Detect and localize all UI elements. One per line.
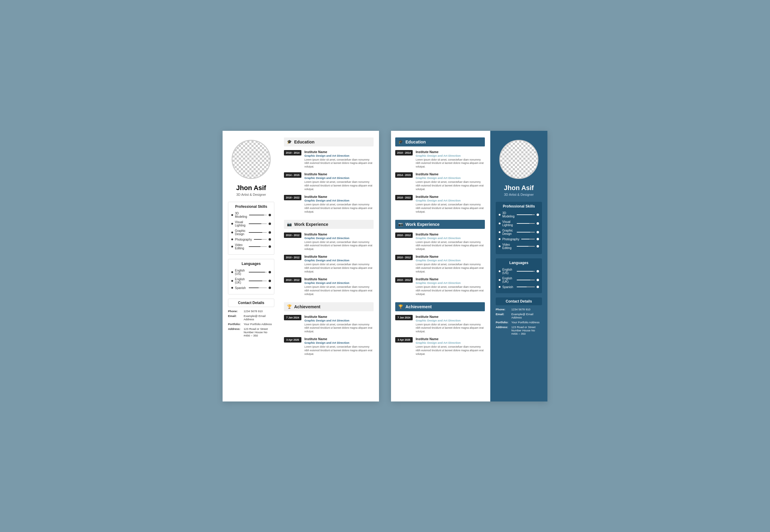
- skill-row: English (UK): [499, 277, 539, 283]
- education-entries-1: 2010 - 2014 Institute Name Graphic Desig…: [284, 150, 374, 214]
- avatar-2: [499, 140, 538, 179]
- skill-name: Video Editing: [502, 243, 515, 250]
- name-1: Jhon Asif: [236, 184, 266, 192]
- entry-text: Lorem ipsum dolor sit amet, consectefuer…: [304, 263, 374, 274]
- entry-content: Institute Name Graphic Design and Art Di…: [416, 337, 485, 356]
- date-badge: 2010 - 2012: [395, 255, 413, 260]
- skill-row: Spanish: [499, 285, 539, 289]
- skill-bar: [249, 246, 267, 247]
- entry-text: Lorem ipsum dolor sit amet, consectefuer…: [304, 158, 374, 169]
- skill-dot: [499, 286, 501, 288]
- sidebar-1: Jhon Asif 3D Artist & Designer Professio…: [223, 131, 280, 401]
- entry-subtitle: Graphic Design and Art Direction: [416, 319, 485, 322]
- contact-value: Example@ Email Address: [244, 314, 274, 321]
- skills-list-2: 3D Modeling Visual Lighting Graphic Desi…: [499, 211, 539, 250]
- entry-text: Lorem ipsum dolor sit amet, consectefuer…: [416, 345, 485, 356]
- skill-row: Spanish: [231, 286, 271, 290]
- contact-section-1: Contact Details Phone: 1234 5678 910 Ema…: [228, 299, 274, 339]
- contact-label: Address:: [228, 327, 242, 337]
- skill-bar: [517, 214, 535, 215]
- skill-dot-end: [269, 245, 271, 248]
- date-badge: 7 Jan 2024: [284, 315, 301, 320]
- contact-row: Phone: 1234 5678 910: [496, 308, 542, 311]
- skill-bar-fill: [254, 239, 262, 240]
- entry-content: Institute Name Graphic Design and Art Di…: [304, 255, 374, 274]
- skill-name: English (US): [502, 268, 515, 275]
- skills-box-2: Professional Skills 3D Modeling Visual L…: [496, 202, 542, 254]
- skill-bar: [521, 239, 535, 239]
- skill-name: Spanish: [502, 285, 515, 289]
- skill-dot: [231, 271, 233, 273]
- entry-content: Institute Name Graphic Design and Art Di…: [304, 315, 374, 334]
- entry-row: 2014 - 2015 Institute Name Graphic Desig…: [284, 172, 374, 191]
- entry-row: 2018 - 2022 Institute Name Graphic Desig…: [284, 195, 374, 214]
- skill-name: English (US): [235, 269, 247, 275]
- work-title-1: Work Experience: [294, 222, 328, 227]
- date-badge: 2018 - 2022: [395, 195, 413, 200]
- entry-title: Institute Name: [416, 315, 485, 318]
- contact-value: 1234 5678 910: [511, 308, 542, 311]
- achievement-header-1: 🏆 Achievement: [284, 302, 374, 311]
- achievement-icon-1: 🏆: [287, 304, 292, 309]
- entry-text: Lorem ipsum dolor sit amet, consectefuer…: [416, 241, 485, 251]
- skill-dot: [499, 279, 501, 281]
- skill-bar-fill: [517, 223, 529, 224]
- date-badge: 2010 - 2012: [284, 232, 301, 238]
- entry-title: Institute Name: [416, 337, 485, 341]
- date-badge: 2014 - 2015: [395, 172, 413, 178]
- entry-title: Institute Name: [304, 150, 374, 154]
- skill-bar-fill: [521, 239, 529, 239]
- entry-content: Institute Name Graphic Design and Art Di…: [416, 315, 485, 334]
- education-icon-1: 🎓: [287, 140, 292, 144]
- title-2: 3D Artist & Designer: [504, 193, 534, 196]
- entry-row: 3 Apr 2025 Institute Name Graphic Design…: [284, 337, 374, 356]
- avatar-1: [232, 140, 271, 179]
- entry-title: Institute Name: [416, 195, 485, 198]
- skill-dot: [499, 223, 501, 224]
- work-section-2: 📷 Work Experience 2010 - 2012 Institute …: [395, 220, 485, 296]
- date-badge: 7 Jan 2024: [395, 315, 413, 320]
- entry-row: 2014 - 2015 Institute Name Graphic Desig…: [395, 172, 485, 191]
- entry-content: Institute Name Graphic Design and Art Di…: [304, 337, 374, 356]
- achievement-section-1: 🏆 Achievement 7 Jan 2024 Institute Name …: [284, 302, 374, 356]
- entry-subtitle: Graphic Design and Art Direction: [304, 236, 374, 240]
- entry-content: Institute Name Graphic Design and Art Di…: [304, 172, 374, 191]
- date-badge: 2010 - 2014: [395, 150, 413, 155]
- languages-title-1: Languages: [231, 262, 271, 266]
- entry-text: Lorem ipsum dolor sit amet, consectefuer…: [304, 203, 374, 214]
- entry-subtitle: Graphic Design and Art Direction: [304, 154, 374, 157]
- entry-subtitle: Graphic Design and Art Direction: [304, 341, 374, 344]
- entry-text: Lorem ipsum dolor sit amet, consectefuer…: [416, 285, 485, 296]
- languages-list-2: English (US) English (UK) Spanish: [499, 268, 539, 289]
- skill-dot-end: [269, 287, 271, 289]
- entry-subtitle: Graphic Design and Art Direction: [416, 236, 485, 240]
- work-header-2: 📷 Work Experience: [395, 220, 485, 229]
- skills-title-2: Professional Skills: [499, 204, 539, 208]
- main-content-1: 🎓 Education 2010 - 2014 Institute Name G…: [280, 131, 379, 401]
- contact-title-2: Contact Details: [496, 297, 542, 305]
- skill-dot: [499, 245, 501, 247]
- skill-dot: [499, 231, 501, 233]
- entry-text: Lorem ipsum dolor sit amet, consectefuer…: [416, 323, 485, 334]
- skill-dot: [231, 287, 233, 289]
- entry-row: 2010 - 2012 Institute Name Graphic Desig…: [284, 232, 374, 251]
- contact-list-1: Phone: 1234 5678 910 Email: Example@ Ema…: [228, 309, 274, 337]
- achievement-header-2: 🏆 Achievement: [395, 302, 485, 311]
- achievement-entries-1: 7 Jan 2024 Institute Name Graphic Design…: [284, 315, 374, 356]
- education-header-1: 🎓 Education: [284, 137, 374, 146]
- entry-row: 2010 - 2012 Institute Name Graphic Desig…: [284, 255, 374, 274]
- skill-dot-end: [269, 231, 271, 234]
- skill-bar: [249, 223, 267, 224]
- skill-bar: [517, 287, 535, 287]
- education-section-2: 🎓 Education 2010 - 2014 Institute Name G…: [395, 137, 485, 214]
- contact-list-2: Phone: 1234 5678 910 Email: Example@ Ema…: [496, 308, 542, 335]
- resume-card-2: 🎓 Education 2010 - 2014 Institute Name G…: [391, 131, 547, 401]
- skills-list-1: 3D Modeling Visual Lighting Graphic Desi…: [231, 212, 271, 250]
- skill-dot: [231, 238, 233, 240]
- entry-subtitle: Graphic Design and Art Direction: [304, 259, 374, 262]
- contact-row: Address: 123 Road or Street Number House…: [228, 327, 274, 337]
- entry-text: Lorem ipsum dolor sit amet, consectefuer…: [304, 285, 374, 296]
- contact-label: Phone:: [496, 308, 510, 311]
- education-section-1: 🎓 Education 2010 - 2014 Institute Name G…: [284, 137, 374, 214]
- skill-bar-fill: [249, 223, 261, 224]
